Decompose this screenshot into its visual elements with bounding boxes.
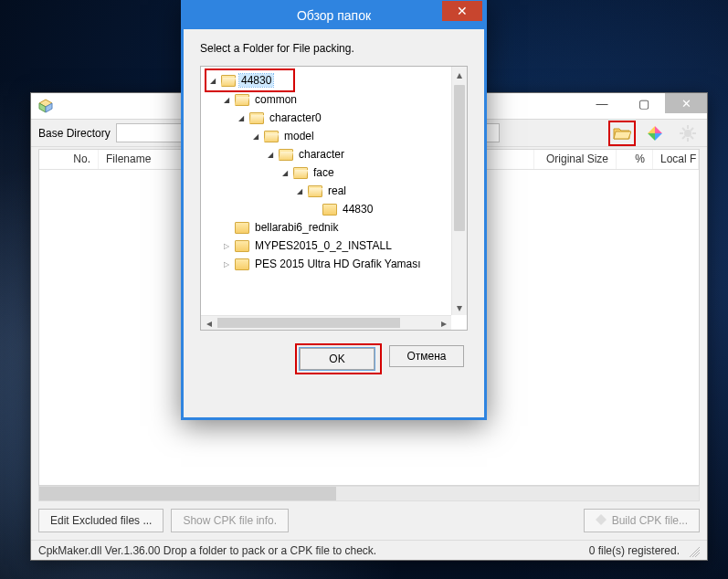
svg-marker-6 [648, 133, 655, 141]
tree-node[interactable]: ◢character0 [206, 109, 450, 127]
close-button[interactable]: ✕ [665, 93, 707, 113]
dialog-title: Обзор папок [184, 8, 484, 23]
svg-marker-4 [655, 126, 662, 133]
folder-icon [293, 167, 308, 179]
tree-node[interactable]: ▷MYPES2015_0_2_INSTALL [206, 237, 450, 255]
col-percent[interactable]: % [617, 150, 653, 169]
grid-horizontal-scrollbar[interactable] [38, 486, 700, 501]
collapse-icon[interactable]: ◢ [250, 132, 260, 141]
svg-marker-7 [655, 133, 662, 141]
open-folder-button[interactable] [610, 122, 634, 144]
tree-vertical-scrollbar[interactable]: ▴ ▾ [451, 67, 467, 315]
tree-node-label: 44830 [239, 74, 273, 87]
tree-node[interactable]: ◢face [206, 163, 450, 182]
dialog-titlebar[interactable]: Обзор папок ✕ [184, 2, 484, 29]
tree-node[interactable]: ◢model [206, 127, 450, 145]
minimize-button[interactable]: — [581, 93, 623, 113]
folder-icon [279, 149, 293, 161]
resize-grip[interactable] [687, 544, 700, 557]
tree-scroll-thumb[interactable] [454, 85, 465, 231]
folder-icon [264, 131, 279, 142]
folder-icon [249, 112, 264, 124]
show-cpk-info-button: Show CPK file info. [171, 509, 289, 532]
folder-icon [235, 258, 249, 270]
tree-node[interactable]: ▷PES 2015 Ultra HD Grafik Yaması [206, 255, 450, 273]
collapse-icon[interactable]: ◢ [207, 77, 217, 85]
ok-button[interactable]: OK [300, 348, 375, 370]
status-bar: CpkMaker.dll Ver.1.36.00 Drop a folder t… [31, 540, 707, 560]
gear-button[interactable] [676, 122, 700, 144]
svg-line-13 [682, 128, 685, 131]
folder-icon [322, 204, 337, 216]
tree-hscroll-thumb[interactable] [217, 318, 400, 328]
svg-marker-17 [596, 514, 607, 525]
edit-excluded-button[interactable]: Edit Excluded files ... [38, 509, 164, 532]
collapse-icon[interactable]: ◢ [236, 114, 246, 122]
tree-node-label: bellarabi6_rednik [253, 221, 340, 234]
collapse-icon[interactable]: ◢ [221, 96, 231, 104]
build-cpk-label: Build CPK file... [612, 514, 688, 527]
tree-node-label: character0 [268, 111, 323, 124]
tree-node-label: model [282, 130, 316, 142]
svg-point-8 [684, 130, 691, 137]
diamond-icon [596, 514, 607, 528]
collapse-icon[interactable]: ◢ [265, 151, 275, 159]
dialog-instruction: Select a Folder for File packing. [200, 42, 468, 55]
svg-line-14 [691, 136, 693, 139]
scroll-down-icon[interactable]: ▾ [452, 300, 467, 315]
tree-node[interactable]: bellarabi6_rednik [206, 218, 450, 237]
tree-node[interactable]: ◢44830 [207, 71, 273, 89]
col-local[interactable]: Local F [653, 150, 699, 169]
tree-node[interactable]: 44830 [206, 200, 450, 218]
col-no[interactable]: No. [39, 150, 99, 169]
tree-node[interactable]: ◢real [206, 182, 450, 200]
folder-browse-dialog: Обзор папок ✕ Select a Folder for File p… [181, 0, 487, 420]
svg-line-15 [691, 128, 693, 131]
folder-icon [308, 185, 322, 197]
col-original-size[interactable]: Original Size [534, 150, 617, 169]
folder-icon [221, 75, 236, 87]
folder-icon [235, 222, 249, 234]
tree-node-label: MYPES2015_0_2_INSTALL [253, 239, 394, 252]
expand-icon[interactable]: ▷ [221, 242, 231, 250]
svg-line-16 [682, 136, 685, 139]
tree-node[interactable]: ◢character [206, 145, 450, 163]
collapse-icon[interactable]: ◢ [294, 187, 304, 195]
app-icon [38, 99, 53, 113]
collapse-icon[interactable]: ◢ [280, 169, 290, 177]
scroll-right-icon[interactable]: ▸ [436, 316, 451, 330]
tree-node[interactable]: ◢common [206, 90, 450, 109]
cancel-button[interactable]: Отмена [389, 345, 464, 367]
folder-icon [235, 240, 249, 252]
build-cpk-button: Build CPK file... [584, 509, 700, 532]
folder-icon [235, 94, 249, 106]
tree-node-label: 44830 [341, 203, 375, 216]
scroll-left-icon[interactable]: ◂ [201, 316, 216, 330]
folder-tree[interactable]: ◢44830◢common◢character0◢model◢character… [200, 66, 468, 331]
tree-node-label: real [326, 184, 348, 197]
dialog-close-button[interactable]: ✕ [442, 1, 482, 21]
settings-diamond-button[interactable] [643, 122, 667, 144]
highlight-box: ◢44830 [206, 70, 293, 90]
tree-node-label: character [297, 148, 346, 161]
svg-marker-5 [648, 126, 655, 133]
tree-node-label: common [253, 93, 299, 106]
tree-node-label: PES 2015 Ultra HD Grafik Yaması [253, 258, 423, 270]
base-directory-label: Base Directory [38, 127, 111, 140]
status-right: 0 file(s) registered. [589, 544, 680, 557]
scroll-up-icon[interactable]: ▴ [452, 67, 467, 82]
status-left: CpkMaker.dll Ver.1.36.00 Drop a folder t… [38, 544, 376, 557]
tree-horizontal-scrollbar[interactable]: ◂ ▸ [201, 315, 451, 330]
maximize-button[interactable]: ▢ [623, 93, 665, 113]
tree-node-label: face [311, 166, 336, 179]
expand-icon[interactable]: ▷ [221, 260, 231, 268]
